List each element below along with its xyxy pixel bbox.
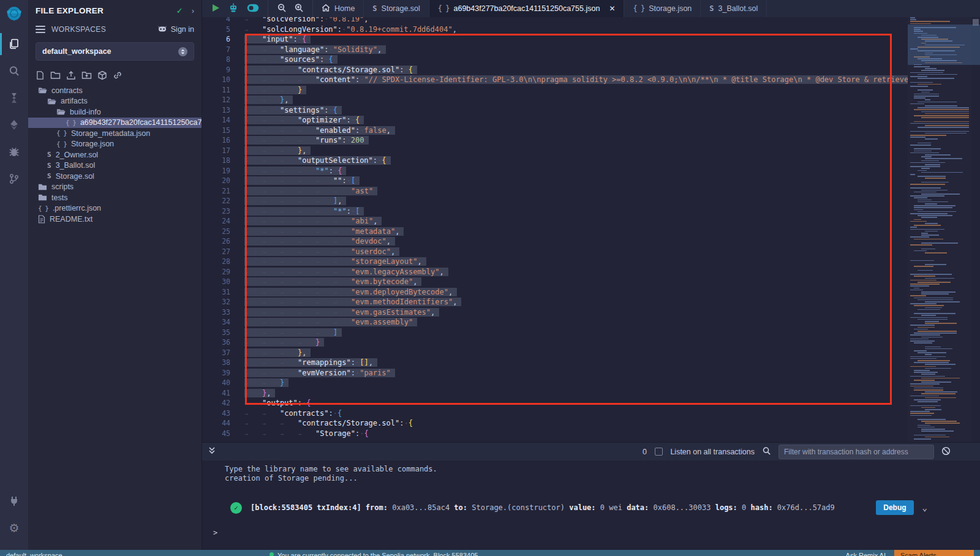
- listen-all-transactions-label: Listen on all transactions: [670, 448, 755, 456]
- file-explorer-actions: [28, 66, 202, 84]
- tree-item-build-info[interactable]: build-info: [28, 107, 202, 118]
- tree-item-contracts[interactable]: contracts: [28, 85, 202, 96]
- sidebar-item-settings[interactable]: ⚙: [0, 514, 28, 541]
- tree-item-scripts[interactable]: scripts: [28, 182, 202, 193]
- code-line-24: 24"abi",: [202, 216, 908, 227]
- file-icon: [38, 215, 45, 224]
- listen-all-transactions-checkbox[interactable]: [655, 448, 663, 456]
- workspace-select[interactable]: default_workspace: [36, 42, 194, 61]
- code-line-7: 7"language":·"Solidity",: [202, 45, 908, 55]
- editor-topbar: HomeSStorage.sol{ }a69b43f277ba20fcac141…: [202, 0, 980, 18]
- zoom-in-icon[interactable]: [294, 3, 304, 15]
- minimap[interactable]: [908, 17, 971, 442]
- main-area: HomeSStorage.sol{ }a69b43f277ba20fcac141…: [202, 0, 980, 550]
- sol-icon: S: [47, 172, 51, 180]
- chevron-right-icon[interactable]: ›: [192, 6, 194, 15]
- tree-item-a69b43f277ba20fcac141151250ca7-[interactable]: { }a69b43f277ba20fcac141151250ca7...: [28, 118, 202, 129]
- tree-item--prettierrc-json[interactable]: { }.prettierrc.json: [28, 203, 202, 214]
- remix-logo-icon[interactable]: [0, 0, 28, 31]
- tab-storage-json[interactable]: { }Storage.json: [624, 0, 701, 17]
- tree-item-tests[interactable]: tests: [28, 192, 202, 203]
- sidebar-item-search[interactable]: [0, 58, 28, 85]
- tree-item-storage-json[interactable]: { }Storage.json: [28, 139, 202, 150]
- check-icon: ✓: [176, 6, 183, 15]
- code-line-20: 20"":·[: [202, 176, 908, 186]
- sidebar-item-git[interactable]: [0, 165, 28, 192]
- statusbar-network-text: You are currently connected to the Sepol…: [277, 552, 478, 556]
- upload-folder-icon[interactable]: [81, 70, 92, 80]
- code-line-44: 44"contracts/Storage.sol":·{: [202, 418, 908, 429]
- transaction-filter-input[interactable]: [778, 445, 934, 459]
- tab-label: Home: [334, 4, 355, 13]
- close-tab-icon[interactable]: ✕: [609, 4, 615, 13]
- code-editor[interactable]: 4"solcVersion":·"0.8.19",5"solcLongVersi…: [202, 17, 980, 442]
- code-line-4: 4"solcVersion":·"0.8.19",: [202, 17, 908, 24]
- terminal-collapse-icon[interactable]: [208, 446, 216, 457]
- remixd-robot-icon[interactable]: [228, 3, 238, 15]
- run-script-icon[interactable]: [212, 4, 220, 14]
- terminal-prompt[interactable]: >: [202, 528, 980, 537]
- tab-label: Storage.json: [649, 4, 692, 13]
- tree-item-artifacts[interactable]: artifacts: [28, 96, 202, 107]
- code-line-18: 18"outputSelection":·{: [202, 156, 908, 166]
- tree-item-readme-txt[interactable]: README.txt: [28, 214, 202, 225]
- sidebar-item-deploy-run[interactable]: [0, 111, 28, 138]
- code-line-14: 14"optimizer":·{: [202, 115, 908, 126]
- json-icon: { }: [56, 129, 67, 137]
- tree-item-storage-metadata-json[interactable]: { }Storage_metadata.json: [28, 128, 202, 139]
- tab-home[interactable]: Home: [313, 0, 364, 17]
- statusbar-workspace[interactable]: default_workspace: [0, 550, 270, 556]
- code-line-26: 26"devdoc",: [202, 236, 908, 247]
- folder-open-icon: [56, 108, 66, 116]
- clear-console-icon[interactable]: [941, 446, 951, 457]
- transaction-summary: [block:5583405 txIndex:4] from: 0xa03...…: [251, 503, 871, 512]
- minimap-viewport[interactable]: [908, 24, 980, 65]
- tab-3-ballot-sol[interactable]: S3_Ballot.sol: [701, 0, 767, 17]
- tree-item-label: scripts: [51, 182, 74, 191]
- sign-in-button[interactable]: Sign in: [157, 24, 194, 35]
- publish-gist-icon[interactable]: [97, 70, 107, 80]
- new-folder-icon[interactable]: [50, 70, 61, 80]
- code-line-43: 43"contracts":·{: [202, 408, 908, 419]
- expand-transaction-icon[interactable]: ⌄: [922, 503, 927, 513]
- github-icon: [157, 24, 167, 35]
- tree-item-label: 3_Ballot.sol: [56, 161, 96, 170]
- tab-label: a69b43f277ba20fcac141151250ca755.json: [454, 4, 600, 13]
- debug-button[interactable]: Debug: [876, 500, 913, 515]
- sidebar-item-file-explorer[interactable]: [0, 31, 28, 58]
- tab-a69b43f277ba20fcac141151250ca755-json[interactable]: { }a69b43f277ba20fcac141151250ca755.json…: [429, 0, 625, 17]
- sidebar-item-solidity-compiler[interactable]: [0, 85, 28, 111]
- json-icon: { }: [56, 140, 67, 148]
- tree-item-storage-sol[interactable]: SStorage.sol: [28, 171, 202, 182]
- sidebar-item-debugger[interactable]: [0, 138, 28, 165]
- tab-storage-sol[interactable]: SStorage.sol: [364, 0, 429, 17]
- search-icon: [8, 65, 20, 77]
- transaction-row[interactable]: ✓ [block:5583405 txIndex:4] from: 0xa03.…: [202, 500, 980, 515]
- new-file-icon[interactable]: [36, 70, 45, 80]
- terminal-search-icon[interactable]: [762, 446, 771, 457]
- code-line-41: 41},: [202, 388, 908, 399]
- terminal-toolbar: 0 Listen on all transactions: [202, 442, 980, 460]
- remix-ide-window: ⚙ FILE EXPLORER ✓ › WORKSPACES Sign in: [0, 0, 980, 556]
- zoom-out-icon[interactable]: [277, 3, 287, 15]
- workspace-name: default_workspace: [42, 47, 178, 56]
- code-line-5: 5"solcLongVersion":·"0.8.19+commit.7dd6d…: [202, 24, 908, 35]
- tree-item-2-owner-sol[interactable]: S2_Owner.sol: [28, 149, 202, 160]
- workspaces-menu-icon[interactable]: [36, 24, 45, 35]
- code-area: 4"solcVersion":·"0.8.19",5"solcLongVersi…: [202, 17, 908, 439]
- upload-file-icon[interactable]: [66, 70, 76, 80]
- sol-icon: S: [372, 4, 377, 13]
- link-icon[interactable]: [113, 70, 123, 80]
- sidebar-item-plugin-manager[interactable]: [0, 487, 28, 514]
- terminal[interactable]: Type the library name to see available c…: [202, 460, 980, 550]
- tree-item-3-ballot-sol[interactable]: S3_Ballot.sol: [28, 160, 202, 171]
- terminal-log-line: Type the library name to see available c…: [202, 465, 980, 474]
- code-line-42: 42"output":·{: [202, 398, 908, 408]
- editor-scrollbar[interactable]: [971, 17, 980, 442]
- statusbar-ai-link[interactable]: Ask Remix AI: [846, 552, 886, 556]
- scam-alerts-button[interactable]: Scam Alerts: [894, 550, 974, 556]
- code-line-28: 28"storageLayout",: [202, 257, 908, 267]
- toggle-icon[interactable]: [247, 4, 259, 14]
- file-explorer-panel: FILE EXPLORER ✓ › WORKSPACES Sign in def…: [28, 0, 202, 550]
- code-line-21: 21"ast": [202, 186, 908, 197]
